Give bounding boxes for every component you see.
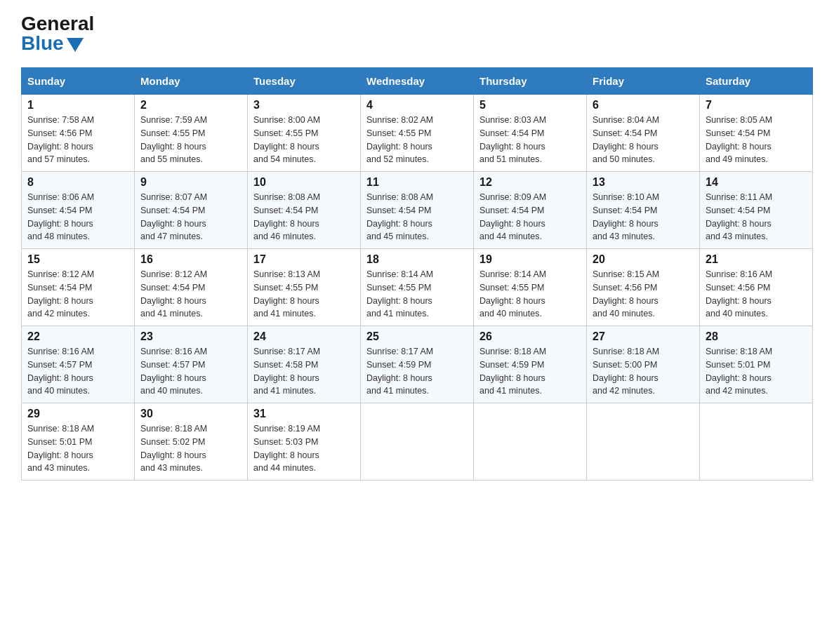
weekday-header-friday: Friday (587, 68, 700, 95)
day-number: 9 (140, 176, 241, 189)
calendar-cell: 14 Sunrise: 8:11 AMSunset: 4:54 PMDaylig… (700, 172, 813, 249)
day-info: Sunrise: 8:18 AMSunset: 4:59 PMDaylight:… (479, 347, 546, 396)
weekday-header-thursday: Thursday (474, 68, 587, 95)
day-info: Sunrise: 8:08 AMSunset: 4:54 PMDaylight:… (253, 192, 320, 241)
logo-blue-text: Blue (21, 34, 84, 53)
weekday-header-saturday: Saturday (700, 68, 813, 95)
day-number: 23 (140, 330, 241, 343)
logo: General Blue (21, 14, 94, 53)
page-header: General Blue (21, 14, 813, 53)
logo-general-text: General (21, 14, 94, 34)
day-info: Sunrise: 8:09 AMSunset: 4:54 PMDaylight:… (479, 192, 546, 241)
day-number: 15 (27, 253, 128, 266)
weekday-header-monday: Monday (135, 68, 248, 95)
day-number: 10 (253, 176, 355, 189)
calendar-cell: 6 Sunrise: 8:04 AMSunset: 4:54 PMDayligh… (587, 95, 700, 172)
calendar-week-3: 15 Sunrise: 8:12 AMSunset: 4:54 PMDaylig… (22, 249, 813, 326)
day-number: 30 (140, 408, 241, 420)
day-number: 16 (140, 253, 241, 266)
day-info: Sunrise: 8:12 AMSunset: 4:54 PMDaylight:… (27, 269, 94, 318)
calendar-cell (700, 403, 813, 481)
calendar-week-4: 22 Sunrise: 8:16 AMSunset: 4:57 PMDaylig… (22, 326, 813, 403)
weekday-header-wednesday: Wednesday (361, 68, 474, 95)
day-info: Sunrise: 8:04 AMSunset: 4:54 PMDaylight:… (593, 115, 659, 164)
day-number: 22 (27, 330, 128, 343)
day-info: Sunrise: 8:14 AMSunset: 4:55 PMDaylight:… (479, 269, 546, 318)
calendar-cell: 19 Sunrise: 8:14 AMSunset: 4:55 PMDaylig… (474, 249, 587, 326)
calendar-cell (587, 403, 700, 481)
day-info: Sunrise: 8:14 AMSunset: 4:55 PMDaylight:… (366, 269, 433, 318)
calendar-cell (361, 403, 474, 481)
day-info: Sunrise: 8:13 AMSunset: 4:55 PMDaylight:… (253, 269, 320, 318)
day-number: 5 (479, 99, 581, 112)
day-number: 24 (253, 330, 355, 343)
calendar-cell: 26 Sunrise: 8:18 AMSunset: 4:59 PMDaylig… (474, 326, 587, 403)
calendar-cell: 5 Sunrise: 8:03 AMSunset: 4:54 PMDayligh… (474, 95, 587, 172)
calendar-cell: 31 Sunrise: 8:19 AMSunset: 5:03 PMDaylig… (248, 403, 361, 481)
calendar-table: SundayMondayTuesdayWednesdayThursdayFrid… (21, 67, 813, 481)
day-number: 4 (366, 99, 468, 112)
day-info: Sunrise: 8:18 AMSunset: 5:01 PMDaylight:… (27, 424, 94, 473)
calendar-cell: 8 Sunrise: 8:06 AMSunset: 4:54 PMDayligh… (22, 172, 135, 249)
day-number: 14 (706, 176, 807, 189)
day-number: 21 (706, 253, 807, 266)
day-number: 6 (593, 99, 694, 112)
calendar-cell: 2 Sunrise: 7:59 AMSunset: 4:55 PMDayligh… (135, 95, 248, 172)
day-number: 26 (479, 330, 581, 343)
calendar-week-1: 1 Sunrise: 7:58 AMSunset: 4:56 PMDayligh… (22, 95, 813, 172)
day-number: 31 (253, 408, 355, 420)
day-info: Sunrise: 7:59 AMSunset: 4:55 PMDaylight:… (140, 115, 207, 164)
calendar-cell: 24 Sunrise: 8:17 AMSunset: 4:58 PMDaylig… (248, 326, 361, 403)
calendar-cell: 29 Sunrise: 8:18 AMSunset: 5:01 PMDaylig… (22, 403, 135, 481)
calendar-cell: 30 Sunrise: 8:18 AMSunset: 5:02 PMDaylig… (135, 403, 248, 481)
day-number: 29 (27, 408, 128, 420)
day-info: Sunrise: 8:16 AMSunset: 4:57 PMDaylight:… (140, 347, 207, 396)
weekday-header-sunday: Sunday (22, 68, 135, 95)
calendar-cell: 1 Sunrise: 7:58 AMSunset: 4:56 PMDayligh… (22, 95, 135, 172)
day-number: 27 (593, 330, 694, 343)
day-info: Sunrise: 7:58 AMSunset: 4:56 PMDaylight:… (27, 115, 94, 164)
day-number: 28 (706, 330, 807, 343)
day-info: Sunrise: 8:17 AMSunset: 4:58 PMDaylight:… (253, 347, 320, 396)
day-info: Sunrise: 8:15 AMSunset: 4:56 PMDaylight:… (593, 269, 659, 318)
day-info: Sunrise: 8:02 AMSunset: 4:55 PMDaylight:… (366, 115, 433, 164)
day-info: Sunrise: 8:12 AMSunset: 4:54 PMDaylight:… (140, 269, 207, 318)
calendar-cell: 23 Sunrise: 8:16 AMSunset: 4:57 PMDaylig… (135, 326, 248, 403)
day-info: Sunrise: 8:16 AMSunset: 4:57 PMDaylight:… (27, 347, 94, 396)
day-info: Sunrise: 8:00 AMSunset: 4:55 PMDaylight:… (253, 115, 320, 164)
day-info: Sunrise: 8:19 AMSunset: 5:03 PMDaylight:… (253, 424, 320, 473)
day-number: 17 (253, 253, 355, 266)
weekday-header-row: SundayMondayTuesdayWednesdayThursdayFrid… (22, 68, 813, 95)
day-number: 1 (27, 99, 128, 112)
day-info: Sunrise: 8:17 AMSunset: 4:59 PMDaylight:… (366, 347, 433, 396)
calendar-cell: 13 Sunrise: 8:10 AMSunset: 4:54 PMDaylig… (587, 172, 700, 249)
day-info: Sunrise: 8:18 AMSunset: 5:01 PMDaylight:… (706, 347, 772, 396)
logo-triangle-icon (67, 38, 84, 52)
calendar-cell: 4 Sunrise: 8:02 AMSunset: 4:55 PMDayligh… (361, 95, 474, 172)
calendar-cell: 10 Sunrise: 8:08 AMSunset: 4:54 PMDaylig… (248, 172, 361, 249)
day-info: Sunrise: 8:18 AMSunset: 5:02 PMDaylight:… (140, 424, 207, 473)
calendar-cell: 17 Sunrise: 8:13 AMSunset: 4:55 PMDaylig… (248, 249, 361, 326)
day-info: Sunrise: 8:18 AMSunset: 5:00 PMDaylight:… (593, 347, 659, 396)
day-number: 3 (253, 99, 355, 112)
day-number: 25 (366, 330, 468, 343)
day-info: Sunrise: 8:05 AMSunset: 4:54 PMDaylight:… (706, 115, 772, 164)
calendar-cell: 22 Sunrise: 8:16 AMSunset: 4:57 PMDaylig… (22, 326, 135, 403)
day-number: 20 (593, 253, 694, 266)
calendar-cell: 3 Sunrise: 8:00 AMSunset: 4:55 PMDayligh… (248, 95, 361, 172)
calendar-week-2: 8 Sunrise: 8:06 AMSunset: 4:54 PMDayligh… (22, 172, 813, 249)
day-info: Sunrise: 8:10 AMSunset: 4:54 PMDaylight:… (593, 192, 659, 241)
day-number: 7 (706, 99, 807, 112)
day-info: Sunrise: 8:16 AMSunset: 4:56 PMDaylight:… (706, 269, 772, 318)
calendar-cell: 20 Sunrise: 8:15 AMSunset: 4:56 PMDaylig… (587, 249, 700, 326)
day-info: Sunrise: 8:03 AMSunset: 4:54 PMDaylight:… (479, 115, 546, 164)
day-info: Sunrise: 8:11 AMSunset: 4:54 PMDaylight:… (706, 192, 772, 241)
calendar-cell: 18 Sunrise: 8:14 AMSunset: 4:55 PMDaylig… (361, 249, 474, 326)
calendar-cell: 16 Sunrise: 8:12 AMSunset: 4:54 PMDaylig… (135, 249, 248, 326)
calendar-cell: 9 Sunrise: 8:07 AMSunset: 4:54 PMDayligh… (135, 172, 248, 249)
calendar-cell: 21 Sunrise: 8:16 AMSunset: 4:56 PMDaylig… (700, 249, 813, 326)
calendar-cell: 7 Sunrise: 8:05 AMSunset: 4:54 PMDayligh… (700, 95, 813, 172)
day-number: 2 (140, 99, 241, 112)
calendar-cell: 12 Sunrise: 8:09 AMSunset: 4:54 PMDaylig… (474, 172, 587, 249)
calendar-cell: 25 Sunrise: 8:17 AMSunset: 4:59 PMDaylig… (361, 326, 474, 403)
